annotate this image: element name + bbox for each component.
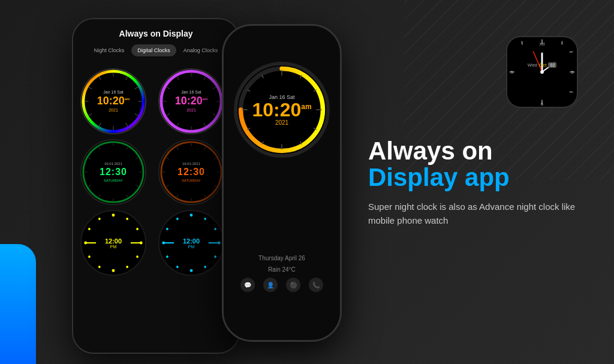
svg-line-5 bbox=[135, 114, 139, 116]
clock-r1c2-text: Jan 16 Sat 10:20am 2021 bbox=[175, 90, 208, 112]
phone-mockup: Always on Display Night Clocks Digital C… bbox=[72, 18, 240, 354]
square-watch: XII 3 6 9 Wed Oct 02 bbox=[506, 36, 578, 108]
svg-line-98 bbox=[570, 92, 573, 92]
clock-cyan-dot[interactable]: 12:00 PM bbox=[158, 210, 224, 276]
svg-line-2 bbox=[126, 76, 128, 80]
clock-r1c1-text: Jan 16 Sat 10:20am 2021 bbox=[97, 90, 130, 112]
phone-screen: Always on Display Night Clocks Digital C… bbox=[73, 19, 239, 353]
svg-line-34 bbox=[99, 195, 100, 197]
watch-weather-line1: Thursday April 26 bbox=[224, 255, 340, 261]
clock-r1c1-time: 10:20am bbox=[97, 95, 130, 107]
tab-night-clocks[interactable]: Night Clocks bbox=[88, 44, 131, 56]
tab-bar: Night Clocks Digital Clocks Analog Clock… bbox=[83, 44, 229, 56]
clock-r1c1-year: 2021 bbox=[97, 108, 130, 113]
clock-r1c2-year: 2021 bbox=[175, 108, 208, 113]
svg-line-48 bbox=[166, 185, 168, 186]
watch-big-time: 10:20am bbox=[252, 100, 311, 119]
watch-app-icons: 💬 👤 ⚫ 📞 bbox=[224, 278, 340, 292]
headline: Always on Display app bbox=[368, 138, 584, 191]
clock-pink[interactable]: Jan 16 Sat 10:20am 2021 bbox=[158, 68, 224, 134]
svg-line-6 bbox=[126, 123, 128, 127]
clock-grid: Jan 16 Sat 10:20am 2021 bbox=[73, 66, 239, 278]
svg-line-94 bbox=[522, 41, 522, 45]
svg-line-29 bbox=[136, 158, 139, 159]
watch-icon-person[interactable]: 👤 bbox=[263, 278, 278, 292]
svg-line-8 bbox=[99, 123, 101, 127]
svg-line-31 bbox=[136, 185, 139, 186]
svg-line-38 bbox=[99, 147, 100, 149]
svg-line-97 bbox=[570, 52, 573, 52]
sq-watch-day: Wed bbox=[528, 62, 537, 68]
svg-line-45 bbox=[204, 195, 206, 197]
sq-watch-month: Oct bbox=[539, 62, 546, 68]
clock-r1c2-date: Jan 16 Sat bbox=[175, 90, 208, 95]
svg-line-15 bbox=[204, 76, 206, 80]
svg-line-95 bbox=[562, 41, 562, 45]
watch-icon-phone[interactable]: 📞 bbox=[309, 278, 323, 292]
phone-header: Always on Display Night Clocks Digital C… bbox=[73, 19, 239, 66]
headline-line2: Display app bbox=[368, 163, 510, 191]
watch-weather-line2: Rain 24°C bbox=[224, 266, 340, 273]
svg-line-51 bbox=[177, 147, 178, 149]
phone-title: Always on Display bbox=[83, 29, 229, 38]
svg-line-28 bbox=[127, 147, 128, 149]
svg-line-18 bbox=[213, 114, 216, 116]
svg-line-44 bbox=[214, 185, 216, 186]
svg-line-19 bbox=[204, 123, 206, 127]
headline-line1: Always on bbox=[368, 137, 493, 165]
svg-line-24 bbox=[166, 87, 170, 89]
svg-line-35 bbox=[88, 185, 91, 186]
svg-point-26 bbox=[83, 142, 143, 202]
svg-text:3: 3 bbox=[571, 70, 573, 75]
svg-text:XII: XII bbox=[539, 41, 544, 47]
clock-yellow-dot[interactable]: 12:00 PM bbox=[80, 210, 146, 276]
svg-line-16 bbox=[213, 87, 216, 89]
svg-point-108 bbox=[540, 70, 544, 74]
clock-r1c2-time: 10:20am bbox=[175, 95, 208, 107]
watch-phone: Jan 16 Sat 10:20am 2021 Thursday April 2… bbox=[222, 24, 342, 342]
watch-inner-text: Jan 16 Sat 10:20am 2021 bbox=[252, 94, 311, 126]
svg-line-9 bbox=[88, 114, 92, 116]
watch-bottom: Thursday April 26 Rain 24°C 💬 👤 ⚫ 📞 bbox=[224, 255, 340, 292]
svg-text:9: 9 bbox=[511, 70, 513, 75]
clock-r1c1-date: Jan 16 Sat bbox=[97, 90, 130, 95]
subtext: Super night clock is also as Advance nig… bbox=[368, 200, 584, 227]
svg-line-12 bbox=[99, 76, 101, 80]
blue-accent bbox=[0, 244, 36, 364]
text-section: Always on Display app Super night clock … bbox=[368, 138, 584, 227]
svg-line-11 bbox=[88, 87, 92, 89]
svg-line-25 bbox=[177, 76, 179, 80]
svg-line-37 bbox=[88, 158, 91, 159]
svg-text:6: 6 bbox=[541, 101, 543, 107]
svg-line-22 bbox=[166, 114, 170, 116]
svg-line-50 bbox=[166, 158, 168, 159]
clock-orange-digital[interactable]: 16:01:2021 12:30 SATURDAY bbox=[158, 139, 224, 205]
svg-line-32 bbox=[127, 195, 128, 197]
sq-watch-date-num: 02 bbox=[548, 62, 556, 68]
clock-r3c1-text: 12:00 PM bbox=[82, 211, 145, 275]
sq-watch-face: XII 3 6 9 Wed Oct 02 bbox=[507, 37, 577, 107]
sq-watch-info: Wed Oct 02 bbox=[507, 62, 577, 68]
svg-line-47 bbox=[177, 195, 178, 197]
clock-rainbow[interactable]: Jan 16 Sat 10:20am 2021 bbox=[80, 68, 146, 134]
svg-line-3 bbox=[135, 87, 139, 89]
svg-point-39 bbox=[161, 142, 221, 202]
clock-r3c2-text: 12:00 PM bbox=[159, 211, 223, 275]
tab-digital-clocks[interactable]: Digital Clocks bbox=[131, 44, 176, 56]
svg-line-21 bbox=[177, 123, 179, 127]
svg-line-42 bbox=[214, 158, 216, 159]
tab-analog-clocks[interactable]: Analog Clocks bbox=[177, 44, 224, 56]
clock-green-digital[interactable]: 16:01:2021 12:30 SATURDAY bbox=[80, 139, 146, 205]
watch-icon-circle[interactable]: ⚫ bbox=[286, 278, 300, 292]
watch-icon-chat[interactable]: 💬 bbox=[240, 278, 255, 292]
svg-line-41 bbox=[204, 147, 206, 149]
watch-face-big: Jan 16 Sat 10:20am 2021 bbox=[234, 62, 330, 158]
